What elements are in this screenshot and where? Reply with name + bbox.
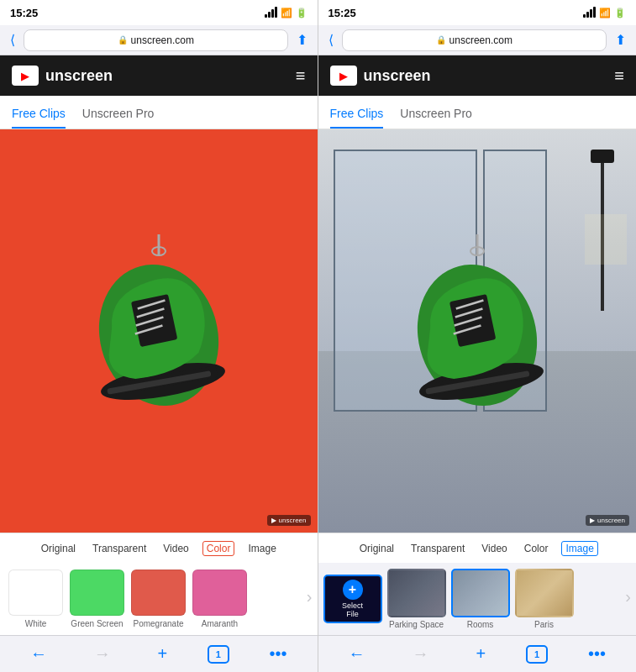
select-file-box[interactable]: + SelectFile	[323, 575, 382, 623]
select-file-text: SelectFile	[342, 601, 363, 618]
browser-back-btn-left[interactable]: ⟨	[7, 30, 18, 50]
thumbs-chevron-right[interactable]: ›	[625, 587, 631, 606]
wifi-icon-right: 📶	[599, 8, 611, 18]
swatches-row-left: White Green Screen Pomegranate Amaranth …	[0, 563, 318, 635]
browser-url-bar-right[interactable]: 🔒 unscreen.com	[342, 29, 607, 51]
thumb-rooms[interactable]: Rooms	[451, 569, 510, 629]
browser-bar-right: ⟨ 🔒 unscreen.com ⬆	[318, 25, 637, 55]
status-bar-left: 15:25 📶 🔋	[0, 0, 318, 25]
signal-icon	[265, 8, 277, 18]
thumb-img-paris	[515, 569, 574, 617]
options-row-left: Original Transparent Video Color Image	[0, 533, 318, 563]
tabs-bar-left: Free Clips Unscreen Pro	[0, 96, 318, 129]
more-btn-left[interactable]: •••	[263, 641, 294, 667]
more-btn-right[interactable]: •••	[581, 641, 612, 667]
lock-icon-left: 🔒	[118, 35, 128, 45]
battery-icon-right: 🔋	[614, 8, 626, 18]
thumb-paris[interactable]: Paris	[515, 569, 574, 629]
main-content-left: ▶ unscreen Original Transparent Video Co…	[0, 129, 318, 635]
hamburger-icon-right[interactable]: ≡	[614, 66, 624, 86]
browser-url-bar-left[interactable]: 🔒 unscreen.com	[24, 29, 288, 51]
thumbnails-row-right: + SelectFile Parking Space Rooms	[318, 563, 637, 635]
select-file-item[interactable]: + SelectFile	[323, 575, 382, 623]
back-btn-right[interactable]: ←	[341, 641, 371, 667]
logo-icon-right: ▶	[330, 66, 357, 86]
forward-btn-right[interactable]: →	[405, 641, 435, 667]
tab-free-clips-left[interactable]: Free Clips	[12, 107, 66, 129]
status-bar-right: 15:25 📶 🔋	[318, 0, 637, 25]
hamburger-icon-left[interactable]: ≡	[296, 66, 306, 86]
share-btn-right[interactable]: ⬆	[612, 30, 629, 50]
browser-back-btn-right[interactable]: ⟨	[325, 30, 337, 50]
logo-area-left: ▶ unscreen	[12, 66, 113, 86]
swatch-label-pomegranate: Pomegranate	[133, 619, 183, 628]
status-time-left: 15:25	[10, 7, 38, 19]
sneaker-svg-right	[393, 234, 561, 428]
forward-btn-left[interactable]: →	[87, 641, 118, 667]
thumb-img-rooms	[451, 569, 510, 617]
back-btn-left[interactable]: ←	[24, 641, 54, 667]
swatch-label-amaranth: Amaranth	[202, 619, 238, 628]
swatch-color-pomegranate	[131, 570, 186, 616]
browser-toolbar-left: ← → + 1 •••	[0, 635, 318, 672]
option-transparent-left[interactable]: Transparent	[89, 541, 150, 556]
app-header-left: ▶ unscreen ≡	[0, 55, 318, 96]
logo-area-right: ▶ unscreen	[330, 66, 431, 86]
main-content-right: ▶ unscreen Original Transparent Video Co…	[318, 129, 637, 635]
swatch-amaranth[interactable]: Amaranth	[192, 570, 247, 628]
options-row-right: Original Transparent Video Color Image	[318, 533, 637, 563]
tab-count-btn-left[interactable]: 1	[208, 645, 229, 664]
browser-toolbar-right: ← → + 1 •••	[318, 635, 637, 672]
tabs-bar-right: Free Clips Unscreen Pro	[318, 96, 637, 129]
option-color-left[interactable]: Color	[202, 541, 235, 556]
browser-bar-left: ⟨ 🔒 unscreen.com ⬆	[0, 25, 318, 55]
status-icons-left: 📶 🔋	[265, 8, 307, 18]
swatch-white[interactable]: White	[8, 570, 63, 628]
image-area-left: ▶ unscreen	[0, 129, 318, 533]
option-image-right[interactable]: Image	[561, 541, 597, 556]
add-tab-btn-right[interactable]: +	[469, 641, 492, 667]
thumb-img-parking	[387, 569, 446, 617]
url-text-right: unscreen.com	[449, 34, 512, 46]
swatches-chevron-left[interactable]: ›	[307, 587, 313, 606]
tab-count-btn-right[interactable]: 1	[526, 645, 548, 664]
logo-icon-left: ▶	[12, 66, 39, 86]
image-bg-right: ▶ unscreen	[318, 129, 637, 533]
add-tab-btn-left[interactable]: +	[150, 641, 174, 667]
thumb-parking-space[interactable]: Parking Space	[387, 569, 446, 629]
thumb-label-parking: Parking Space	[389, 620, 444, 629]
right-phone: 15:25 📶 🔋 ⟨ 🔒 unscreen.com ⬆	[318, 0, 637, 672]
swatch-color-white	[8, 570, 63, 616]
lock-icon-right: 🔒	[436, 35, 446, 45]
tab-unscreen-pro-right[interactable]: Unscreen Pro	[400, 107, 472, 129]
image-bg-left: ▶ unscreen	[0, 129, 318, 533]
left-phone: 15:25 📶 🔋 ⟨ 🔒 unscreen.com ⬆	[0, 0, 318, 672]
watermark-left: ▶ unscreen	[267, 515, 311, 526]
swatch-color-amaranth	[192, 570, 247, 616]
option-video-right[interactable]: Video	[478, 541, 510, 556]
thumb-label-paris: Paris	[534, 620, 554, 629]
swatch-green-screen[interactable]: Green Screen	[70, 570, 124, 628]
tab-free-clips-right[interactable]: Free Clips	[330, 107, 384, 129]
wifi-icon: 📶	[281, 8, 292, 18]
share-btn-left[interactable]: ⬆	[293, 30, 311, 50]
battery-icon: 🔋	[296, 8, 307, 18]
status-icons-right: 📶 🔋	[583, 8, 626, 18]
swatch-pomegranate[interactable]: Pomegranate	[131, 570, 186, 628]
swatch-label-white: White	[25, 619, 47, 628]
signal-icon-right	[583, 8, 596, 18]
option-video-left[interactable]: Video	[160, 541, 192, 556]
option-image-left[interactable]: Image	[244, 541, 279, 556]
option-original-left[interactable]: Original	[38, 541, 79, 556]
status-time-right: 15:25	[329, 7, 356, 19]
sneaker-svg-left	[75, 234, 243, 428]
option-color-right[interactable]: Color	[521, 541, 552, 556]
thumb-label-rooms: Rooms	[467, 620, 494, 629]
swatch-color-green	[70, 570, 124, 616]
tab-unscreen-pro-left[interactable]: Unscreen Pro	[82, 107, 155, 129]
app-header-right: ▶ unscreen ≡	[318, 55, 637, 96]
url-text-left: unscreen.com	[131, 34, 194, 46]
image-area-right: ▶ unscreen	[318, 129, 637, 533]
option-transparent-right[interactable]: Transparent	[407, 541, 468, 556]
option-original-right[interactable]: Original	[356, 541, 397, 556]
